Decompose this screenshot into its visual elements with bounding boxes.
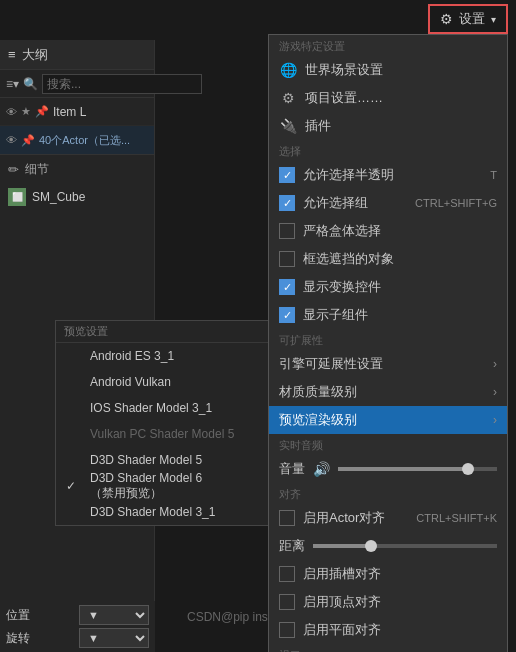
search-button[interactable]: 🔍 [23,73,38,95]
allow-transparent-item[interactable]: 允许选择半透明 T [269,161,507,189]
enable-vertex-snap-checkbox[interactable] [279,594,295,610]
snap-section: 对齐 [269,483,507,504]
preview-item-d3d6[interactable]: ✓ D3D Shader Model 6 （禁用预览） [56,473,269,499]
gear-icon: ⚙ [440,11,453,27]
arrow-icon-3: › [493,413,497,427]
panel-title: 大纲 [22,46,48,64]
item-label: Item L [53,105,86,119]
settings-button[interactable]: ⚙ 设置 ▾ [428,4,508,34]
runtime-section: 实时音频 [269,434,507,455]
viewport-section: 视口 [269,644,507,652]
preview-submenu: 预览设置 Android ES 3_1 Android Vulkan IOS S… [55,320,270,526]
game-settings-section: 游戏特定设置 [269,35,507,56]
detail-section: ✏ 细节 ⬜ SM_Cube [0,154,154,216]
enable-plane-snap-item[interactable]: 启用平面对齐 [269,616,507,644]
checkmark-icon: ✓ [66,479,82,493]
volume-row: 音量 🔊 [269,455,507,483]
plugin-icon: 🔌 [279,117,297,135]
pin-icon-2[interactable]: 📌 [21,134,35,147]
eye-icon-2[interactable]: 👁 [6,134,17,146]
material-quality-item[interactable]: 材质质量级别 › [269,378,507,406]
star-icon[interactable]: ★ [21,105,31,118]
preview-item-android-es[interactable]: Android ES 3_1 [56,343,269,369]
show-child-checkbox[interactable] [279,307,295,323]
chevron-down-icon: ▾ [491,14,496,25]
preview-item-d3d5[interactable]: D3D Shader Model 5 [56,447,269,473]
volume-label: 音量 [279,460,305,478]
arrow-icon-2: › [493,385,497,399]
detail-header: ✏ 细节 [8,161,146,178]
engine-scalability-item[interactable]: 引擎可延展性设置 › [269,350,507,378]
allow-group-item[interactable]: 允许选择组 CTRL+SHIFT+G [269,189,507,217]
allow-transparent-checkbox[interactable] [279,167,295,183]
detail-title: 细节 [25,161,49,178]
filter-button[interactable]: ≡▾ [6,73,19,95]
frame-occluded-item[interactable]: 框选遮挡的对象 [269,245,507,273]
project-settings-item[interactable]: ⚙ 项目设置…… [269,84,507,112]
preview-item-android-vulkan[interactable]: Android Vulkan [56,369,269,395]
bottom-controls: 位置 ▼ 旋转 ▼ [0,601,155,652]
eye-icon[interactable]: 👁 [6,106,17,118]
rotation-label: 旋转 [6,630,75,647]
item-row: 👁 ★ 📌 Item L [0,98,154,126]
selected-row: 👁 📌 40个Actor（已选... [0,126,154,154]
distance-row: 距离 [269,532,507,560]
strict-box-item[interactable]: 严格盒体选择 [269,217,507,245]
enable-socket-snap-item[interactable]: 启用插槽对齐 [269,560,507,588]
enable-plane-snap-checkbox[interactable] [279,622,295,638]
enable-socket-snap-checkbox[interactable] [279,566,295,582]
frame-occluded-checkbox[interactable] [279,251,295,267]
distance-label: 距离 [279,537,305,555]
panel-header: ≡ 大纲 [0,40,154,70]
settings-icon: ⚙ [279,89,297,107]
expandable-section: 可扩展性 [269,329,507,350]
show-transform-checkbox[interactable] [279,279,295,295]
enable-actor-snap-checkbox[interactable] [279,510,295,526]
sm-cube-label: SM_Cube [32,190,85,204]
search-input[interactable] [42,74,202,94]
position-row: 位置 ▼ [6,605,149,625]
show-child-item[interactable]: 显示子组件 [269,301,507,329]
enable-vertex-snap-item[interactable]: 启用顶点对齐 [269,588,507,616]
plugins-item[interactable]: 🔌 插件 [269,112,507,140]
globe-icon: 🌐 [279,61,297,79]
speaker-icon: 🔊 [313,461,330,477]
position-label: 位置 [6,607,75,624]
preview-item-d3d31[interactable]: D3D Shader Model 3_1 [56,499,269,525]
pencil-icon: ✏ [8,162,19,177]
cube-icon: ⬜ [8,188,26,206]
position-dropdown[interactable]: ▼ [79,605,149,625]
preview-submenu-title: 预览设置 [56,321,269,343]
rotation-row: 旋转 ▼ [6,628,149,648]
preview-item-ios[interactable]: IOS Shader Model 3_1 [56,395,269,421]
rotation-dropdown[interactable]: ▼ [79,628,149,648]
sm-cube-row: ⬜ SM_Cube [8,184,146,210]
arrow-icon: › [493,357,497,371]
world-scene-item[interactable]: 🌐 世界场景设置 [269,56,507,84]
main-dropdown-menu: 游戏特定设置 🌐 世界场景设置 ⚙ 项目设置…… 🔌 插件 选择 允许选择半透明… [268,34,508,652]
pin-icon[interactable]: 📌 [35,105,49,118]
volume-slider[interactable] [338,467,497,471]
allow-group-checkbox[interactable] [279,195,295,211]
preview-render-item[interactable]: 预览渲染级别 › [269,406,507,434]
distance-slider[interactable] [313,544,497,548]
strict-box-checkbox[interactable] [279,223,295,239]
preview-item-vulkan-pc[interactable]: Vulkan PC Shader Model 5 [56,421,269,447]
toolbar-row: ≡▾ 🔍 [0,70,154,98]
enable-actor-snap-item[interactable]: 启用Actor对齐 CTRL+SHIFT+K [269,504,507,532]
actor-count: 40个Actor（已选... [39,133,130,148]
select-section: 选择 [269,140,507,161]
show-transform-item[interactable]: 显示变换控件 [269,273,507,301]
outline-icon: ≡ [8,47,16,62]
settings-label: 设置 [459,10,485,28]
